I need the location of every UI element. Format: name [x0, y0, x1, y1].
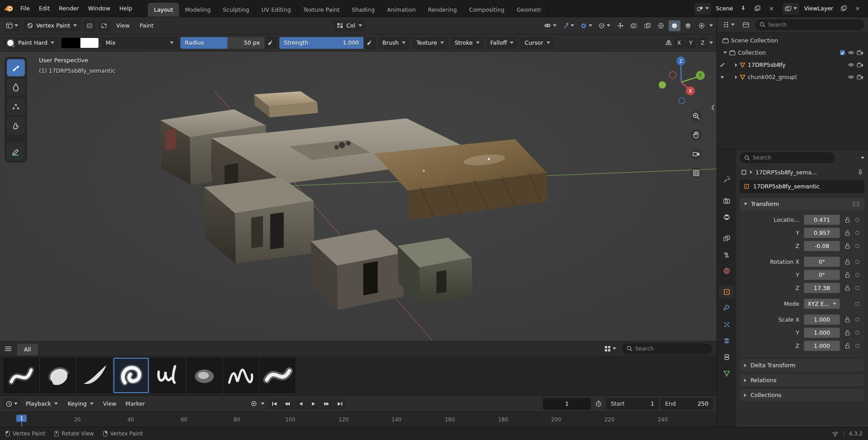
hamburger-menu-icon[interactable]	[5, 346, 12, 351]
brush-thumbnail[interactable]	[40, 358, 75, 393]
tab-texture-paint[interactable]: Texture Paint	[297, 3, 346, 17]
zoom-button[interactable]	[690, 110, 702, 122]
object-name-field[interactable]: 17DRP5sb8fy_semantic	[740, 180, 864, 193]
jump-to-start-button[interactable]	[268, 398, 280, 409]
menu-window[interactable]: Window	[84, 3, 114, 14]
properties-tab-particles[interactable]	[719, 318, 734, 331]
strength-slider[interactable]: Strength 1.000	[279, 37, 363, 49]
lock-open-icon[interactable]	[845, 317, 850, 323]
tool-annotate[interactable]	[7, 143, 25, 160]
outliner-search-input[interactable]	[768, 22, 818, 28]
animate-decorator-icon[interactable]	[855, 260, 859, 264]
brush-thumbnail[interactable]	[187, 358, 222, 393]
lock-open-icon[interactable]	[845, 343, 850, 349]
gizmos-toggle[interactable]	[614, 20, 626, 32]
brush-thumbnail[interactable]	[150, 358, 185, 393]
texture-popover[interactable]: Texture	[412, 37, 448, 49]
radius-slider[interactable]: Radius 50 px	[180, 37, 264, 49]
properties-tab-world[interactable]	[719, 264, 734, 277]
outliner-row-object-chunk002[interactable]: chunk002_group(	[718, 71, 867, 83]
properties-search-input[interactable]	[753, 154, 811, 161]
location-y-field[interactable]: 0.957	[804, 228, 840, 238]
pivot-dropdown[interactable]	[596, 20, 613, 32]
jump-to-end-button[interactable]	[334, 398, 346, 409]
lock-open-icon[interactable]	[845, 285, 850, 291]
lock-open-icon[interactable]	[845, 272, 850, 278]
frame-start-field[interactable]: Start 1	[606, 398, 659, 410]
xray-toggle[interactable]	[642, 20, 653, 32]
shading-wireframe-button[interactable]	[655, 20, 667, 31]
breadcrumb-object-name[interactable]: 17DRP5sb8fy_sema...	[755, 169, 817, 176]
checkbox-checked-icon[interactable]	[840, 50, 845, 56]
outliner-display-mode-button[interactable]	[740, 19, 752, 31]
properties-options-dropdown-icon[interactable]	[861, 157, 864, 159]
tab-uv-editing[interactable]: UV Editing	[255, 3, 297, 17]
proportional-edit-dropdown[interactable]	[578, 20, 594, 32]
animate-decorator-icon[interactable]	[855, 231, 859, 235]
tool-average[interactable]	[7, 98, 25, 115]
disclosure-expanded-icon[interactable]	[723, 51, 727, 54]
tab-rendering[interactable]: Rendering	[422, 3, 463, 17]
new-viewlayer-icon[interactable]	[838, 3, 849, 14]
paint-mask-face-toggle[interactable]	[84, 20, 95, 32]
shading-dropdown-icon[interactable]	[709, 24, 713, 27]
properties-tab-tool[interactable]	[719, 173, 734, 186]
orthographic-toggle-button[interactable]	[690, 167, 702, 179]
tool-draw[interactable]	[7, 59, 25, 76]
camera-view-button[interactable]	[690, 148, 702, 160]
frame-end-field[interactable]: End 250	[660, 398, 713, 410]
menu-view[interactable]: View	[113, 22, 133, 29]
blend-mode-dropdown[interactable]: Mix	[102, 37, 178, 49]
location-x-field[interactable]: 0.471	[804, 215, 840, 225]
properties-tab-scene[interactable]	[719, 248, 734, 261]
use-preview-range-toggle[interactable]	[593, 398, 604, 410]
mirror-z-toggle[interactable]: Z	[698, 37, 708, 48]
scale-x-field[interactable]: 1.000	[804, 314, 840, 325]
overlays-toggle[interactable]	[628, 20, 640, 32]
transform-panel-header[interactable]: Transform ⣿⣿	[740, 198, 864, 210]
outliner-editor-type-button[interactable]	[721, 19, 737, 31]
current-frame-field[interactable]: 1	[543, 398, 591, 410]
timeline-menu-marker[interactable]: Marker	[122, 400, 148, 407]
scale-z-field[interactable]: 1.000	[804, 341, 840, 351]
menu-paint[interactable]: Paint	[136, 22, 157, 29]
brush-popover[interactable]: Brush	[378, 37, 410, 49]
lock-open-icon[interactable]	[845, 259, 850, 265]
tab-geometry-nodes[interactable]: Geometr	[511, 3, 548, 17]
mode-dropdown[interactable]: Vertex Paint	[23, 20, 81, 32]
pin-icon[interactable]	[737, 3, 749, 14]
rotation-x-field[interactable]: 0°	[804, 257, 840, 267]
region-collapse-icon[interactable]: ❮	[711, 104, 715, 110]
location-z-field[interactable]: -0.08	[804, 241, 840, 251]
shelf-display-dropdown[interactable]	[602, 343, 618, 355]
timeline-playhead[interactable]: 1	[16, 415, 27, 422]
menu-file[interactable]: File	[16, 3, 34, 14]
asset-shelf-search[interactable]	[622, 343, 712, 354]
relations-panel-header[interactable]: Relations	[740, 374, 864, 386]
symmetry-dropdown-icon[interactable]	[709, 42, 713, 44]
animate-decorator-icon[interactable]	[855, 302, 859, 306]
auto-keying-dropdown-icon[interactable]	[261, 403, 264, 405]
hide-viewport-eye-icon[interactable]	[848, 75, 854, 80]
timeline-editor-type-button[interactable]	[4, 398, 20, 410]
disable-render-camera-icon[interactable]	[857, 75, 863, 80]
brush-asset-dropdown[interactable]: Paint Hard	[4, 37, 58, 49]
remove-viewlayer-icon[interactable]: ×	[852, 3, 863, 14]
unlink-scene-icon[interactable]: ×	[765, 3, 777, 14]
asset-shelf-search-input[interactable]	[635, 346, 708, 352]
menu-render[interactable]: Render	[55, 3, 83, 14]
network-status-icon[interactable]	[832, 431, 839, 437]
asset-shelf-tab-all[interactable]: All	[17, 344, 38, 356]
rotation-mode-dropdown[interactable]: XYZ E...	[804, 299, 840, 309]
color-attribute-dropdown[interactable]: Col	[333, 20, 366, 32]
snap-dropdown[interactable]	[561, 20, 576, 32]
strength-pressure-toggle[interactable]	[364, 37, 376, 49]
animate-decorator-icon[interactable]	[855, 244, 859, 248]
viewport-3d[interactable]: User Perspective (1) 17DRP5sb8fy_semanti…	[0, 51, 717, 341]
collections-panel-header[interactable]: Collections	[740, 389, 864, 401]
animate-decorator-icon[interactable]	[855, 344, 859, 348]
properties-tab-object[interactable]	[719, 286, 734, 299]
brush-thumbnail[interactable]	[4, 358, 39, 393]
falloff-popover[interactable]: Falloff	[486, 37, 518, 49]
tab-layout[interactable]: Layout	[148, 3, 179, 17]
